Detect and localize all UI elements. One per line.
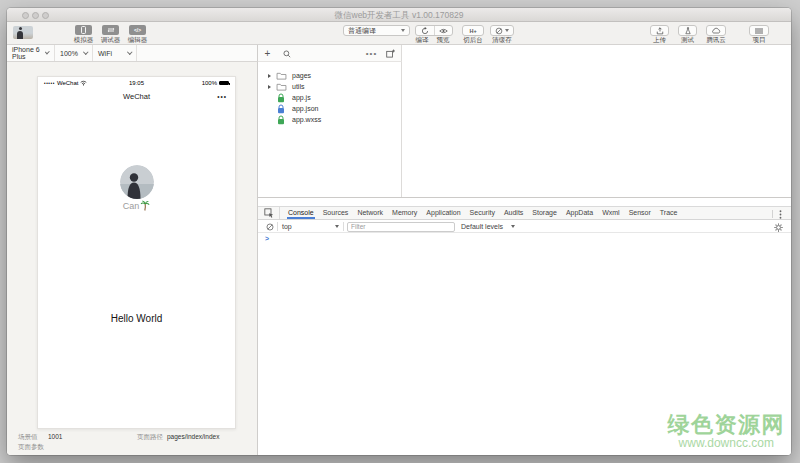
tab-sources[interactable]: Sources <box>322 207 350 219</box>
new-window-icon[interactable] <box>385 48 396 59</box>
filter-input[interactable] <box>347 222 455 232</box>
console-toolbar: top Default levels <box>258 220 791 233</box>
tab-memory[interactable]: Memory <box>391 207 418 219</box>
chevron-down-icon <box>45 50 50 55</box>
debugger-panel-button[interactable] <box>102 25 119 35</box>
console-output[interactable]: > 绿色资源网 www.downcc.com <box>258 233 791 455</box>
simulator-footer: 场景值 1001 页面路径 pages/index/index 页面参数 <box>7 429 257 455</box>
upload-button[interactable] <box>650 25 669 36</box>
zoom-value: 100% <box>60 50 78 57</box>
tree-item-pages[interactable]: pages <box>258 70 400 81</box>
tree-item-label: pages <box>292 72 311 79</box>
compile-mode-dropdown[interactable]: 普通编译 <box>343 25 410 36</box>
upload-icon <box>656 27 664 35</box>
device-dropdown[interactable]: iPhone 6 Plus <box>7 45 55 61</box>
path-label: 页面路径 <box>137 433 163 442</box>
project-label: 项目 <box>745 36 773 45</box>
eye-icon <box>439 28 448 34</box>
disclosure-triangle-icon[interactable] <box>268 85 271 89</box>
switch-background-button[interactable]: H+ <box>462 25 484 36</box>
window-title: 微信web开发者工具 v1.00.170829 <box>7 8 791 22</box>
tab-wxml[interactable]: Wxml <box>601 207 621 219</box>
json-file-icon <box>276 104 287 114</box>
mini-program-menu[interactable]: ••• <box>217 93 227 100</box>
compile-button[interactable] <box>416 26 434 35</box>
tree-item-app-json[interactable]: app.json <box>258 103 400 114</box>
zoom-button[interactable] <box>42 12 49 19</box>
folder-icon <box>276 82 287 92</box>
upload-label: 上传 <box>646 36 674 45</box>
file-tree: pages utils app.js app.json app.wxss <box>258 62 402 197</box>
chevron-down-icon <box>505 29 509 32</box>
tab-trace[interactable]: Trace <box>659 207 679 219</box>
zoom-dropdown[interactable]: 100% <box>55 45 93 61</box>
context-selector[interactable]: top <box>282 223 292 230</box>
switch-background-label: 切后台 <box>459 36 487 45</box>
clear-cache-button[interactable] <box>490 25 514 36</box>
profile-name[interactable]: Can <box>38 200 235 211</box>
scene-label: 场景值 <box>18 433 38 442</box>
device-bar: iPhone 6 Plus 100% WiFi <box>7 45 258 62</box>
editor-area[interactable] <box>402 45 791 197</box>
tree-item-label: app.json <box>292 105 318 112</box>
inspect-element-icon[interactable] <box>258 207 280 219</box>
flask-icon <box>684 27 692 35</box>
menu-icon <box>755 28 763 34</box>
tencent-cloud-button[interactable] <box>706 25 726 36</box>
disclosure-triangle-icon[interactable] <box>268 74 271 78</box>
test-label: 测试 <box>674 36 702 45</box>
add-file-button[interactable]: + <box>262 48 273 59</box>
chevron-down-icon <box>83 50 88 55</box>
status-time: 19:05 <box>38 80 235 86</box>
preview-button-label: 预览 <box>431 36 455 45</box>
chevron-down-icon[interactable] <box>511 225 515 228</box>
js-file-icon <box>276 93 287 103</box>
nav-title: WeChat <box>123 92 150 101</box>
phone-screen[interactable]: ••••• WeChat 19:05 100% WeChat ••• <box>37 76 236 429</box>
editor-panel-label: 编辑器 <box>124 36 152 45</box>
search-icon[interactable] <box>281 48 292 59</box>
compile-mode-value: 普通编译 <box>348 26 376 36</box>
phone-icon <box>81 26 86 34</box>
kebab-menu-icon[interactable] <box>775 209 785 219</box>
device-value: iPhone 6 Plus <box>12 46 46 60</box>
clear-cache-label: 清缓存 <box>488 36 516 45</box>
simulator-panel-label: 模拟器 <box>70 36 98 45</box>
test-button[interactable] <box>678 25 697 36</box>
settings-gear-icon[interactable] <box>774 223 783 232</box>
preview-button[interactable] <box>435 26 453 35</box>
log-levels-selector[interactable]: Default levels <box>461 223 503 230</box>
minimize-button[interactable] <box>32 12 39 19</box>
console-prompt: > <box>265 235 269 242</box>
chevron-down-icon <box>401 29 405 32</box>
editor-panel-button[interactable]: </> <box>129 25 146 35</box>
clear-console-icon[interactable] <box>266 223 274 231</box>
project-button[interactable] <box>749 25 769 36</box>
tab-storage[interactable]: Storage <box>531 207 558 219</box>
more-icon[interactable]: ••• <box>366 48 377 59</box>
tab-application[interactable]: Application <box>425 207 461 219</box>
watermark: 绿色资源网 www.downcc.com <box>668 412 786 451</box>
network-dropdown[interactable]: WiFi <box>93 45 137 61</box>
tab-sensor[interactable]: Sensor <box>628 207 652 219</box>
profile-avatar[interactable] <box>120 165 154 199</box>
simulator-panel-button[interactable] <box>75 25 92 35</box>
scene-value: 1001 <box>48 433 62 440</box>
tree-item-app-wxss[interactable]: app.wxss <box>258 114 400 125</box>
close-button[interactable] <box>22 12 29 19</box>
tab-console[interactable]: Console <box>287 207 315 219</box>
tab-audits[interactable]: Audits <box>503 207 524 219</box>
user-avatar[interactable] <box>13 26 33 39</box>
tree-item-label: app.wxss <box>292 116 321 123</box>
debugger-icon <box>107 27 115 33</box>
tab-network[interactable]: Network <box>356 207 384 219</box>
tree-item-label: utils <box>292 83 304 90</box>
tab-security[interactable]: Security <box>469 207 496 219</box>
tencent-cloud-label: 腾讯云 <box>702 36 730 45</box>
tree-item-app-js[interactable]: app.js <box>258 92 400 103</box>
tab-appdata[interactable]: AppData <box>565 207 594 219</box>
chevron-down-icon[interactable] <box>335 225 339 228</box>
tree-item-utils[interactable]: utils <box>258 81 400 92</box>
debugger-panel-label: 调试器 <box>97 36 125 45</box>
clear-cache-icon <box>495 27 503 35</box>
